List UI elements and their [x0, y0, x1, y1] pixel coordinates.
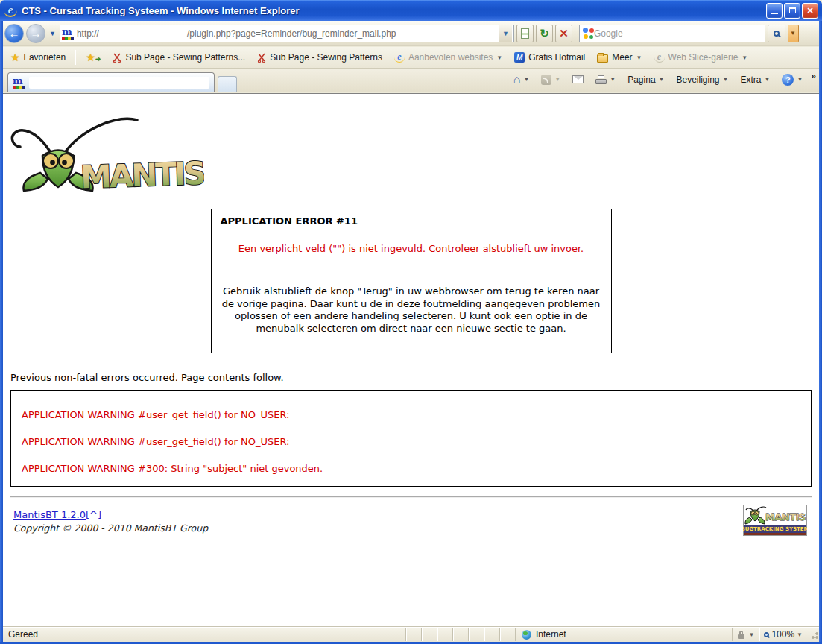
mantis-logo: MANTIS [9, 110, 204, 192]
chevron-down-icon: ▼ [496, 54, 502, 61]
footer-logo-banner: BUGTRACKING SYSTEM [743, 526, 807, 532]
protected-mode-button[interactable]: ▼ [732, 628, 759, 641]
status-separator [468, 628, 484, 641]
hotmail-link[interactable]: M Gratis Hotmail [510, 51, 589, 64]
add-favorite-button[interactable]: ★➜ [81, 50, 105, 65]
web-slice-label: Web Slice-galerie [668, 52, 739, 63]
compatibility-view-button[interactable] [516, 25, 534, 42]
google-icon [583, 28, 594, 39]
search-options-dropdown[interactable]: ▼ [788, 25, 799, 42]
new-tab-button[interactable] [218, 76, 237, 92]
feeds-button[interactable]: ▼ [536, 72, 566, 87]
favorites-label: Favorieten [24, 52, 66, 63]
chevron-down-icon: ▼ [723, 76, 729, 83]
top-anchor-link[interactable]: [^] [86, 509, 101, 520]
error-title: APPLICATION ERROR #11 [221, 215, 602, 227]
url-text[interactable]: http:// /plugin.php?page=Reminder/bug_re… [77, 28, 499, 39]
refresh-button[interactable]: ↻ [536, 25, 553, 42]
chevron-down-icon: ▼ [797, 76, 803, 83]
application-warning: APPLICATION WARNING #user_get_field() fo… [22, 409, 800, 420]
read-mail-button[interactable] [567, 73, 589, 86]
mantis-favicon: m [62, 28, 74, 40]
star-icon: ★ [10, 51, 20, 63]
printer-icon [595, 75, 607, 84]
active-tab[interactable]: m [7, 72, 215, 92]
lock-icon [737, 631, 746, 639]
chevron-down-icon: ▼ [748, 631, 754, 638]
tab-bar: m ⌂▼ ▼ ▼ Pagina▼ Beveiliging▼ Extra▼ ?▼ … [0, 69, 822, 92]
status-text: Gereed [3, 629, 405, 640]
chevron-down-icon: ▼ [797, 631, 803, 638]
status-bar: Gereed Internet ▼ 100% ▼ [3, 626, 819, 642]
page-content: MANTIS APPLICATION ERROR #11 Een verplic… [3, 93, 819, 626]
more-favorites-button[interactable]: Meer ▼ [592, 51, 646, 64]
error-help-text: Gebruik alstublieft de knop "Terug" in u… [221, 285, 602, 335]
forward-button[interactable]: → [26, 24, 45, 43]
window-border-left [0, 21, 3, 644]
separator [75, 50, 76, 65]
print-button[interactable]: ▼ [590, 73, 621, 86]
status-separator [452, 628, 468, 641]
favorite-link-label: Sub Page - Sewing Patterns [270, 52, 382, 63]
rss-icon [541, 75, 551, 85]
window-title: CTS - Cursad Tracking Systeem - Windows … [22, 5, 765, 16]
ie-icon: e [394, 52, 405, 63]
close-button[interactable]: ✕ [802, 3, 818, 19]
favorite-link-1[interactable]: Sub Page - Sewing Patterns... [108, 51, 250, 64]
security-menu-label: Beveiliging [676, 75, 719, 85]
application-warning: APPLICATION WARNING #user_get_field() fo… [22, 436, 800, 447]
maximize-button[interactable] [784, 3, 800, 19]
zone-label: Internet [536, 629, 566, 640]
page-footer: MantisBT 1.2.0[^] Copyright © 2000 - 201… [13, 509, 807, 536]
chevron-down-icon: ▼ [659, 76, 665, 83]
stop-button[interactable]: ✕ [555, 25, 572, 42]
help-button[interactable]: ?▼ [777, 72, 808, 88]
minimize-icon [771, 12, 778, 14]
history-dropdown-icon[interactable]: ▼ [48, 30, 57, 37]
toolbar-overflow-button[interactable]: » [809, 71, 819, 89]
mantisbt-version-link[interactable]: MantisBT 1.2.0 [13, 509, 86, 520]
folder-icon [597, 54, 608, 63]
status-separator [484, 628, 499, 641]
chevron-down-icon: ▼ [523, 76, 529, 83]
window-border-right [819, 21, 822, 644]
favorite-link-2[interactable]: Sub Page - Sewing Patterns [253, 51, 387, 64]
address-bar[interactable]: m http:// /plugin.php?page=Reminder/bug_… [60, 25, 514, 42]
page-menu-button[interactable]: Pagina▼ [622, 72, 669, 87]
minimize-button[interactable] [766, 3, 783, 19]
page-menu-label: Pagina [627, 75, 655, 85]
tools-menu-button[interactable]: Extra▼ [735, 72, 775, 87]
nonfatal-errors-line: Previous non-fatal errors occurred. Page… [10, 372, 819, 383]
chevron-down-icon: ▼ [610, 76, 616, 83]
favorites-button[interactable]: ★ Favorieten [6, 50, 70, 65]
address-dropdown-button[interactable]: ▼ [499, 25, 512, 42]
security-menu-button[interactable]: Beveiliging▼ [671, 72, 733, 87]
redacted-host [99, 28, 187, 39]
mantis-footer-logo[interactable]: MANTIS BUGTRACKING SYSTEM [743, 505, 807, 536]
title-bar: e CTS - Cursad Tracking Systeem - Window… [0, 0, 822, 21]
help-icon: ? [782, 74, 794, 86]
resize-grip-icon[interactable] [809, 629, 819, 640]
search-input[interactable] [594, 28, 762, 39]
application-warning: APPLICATION WARNING #300: String "subjec… [22, 463, 800, 474]
status-separator [405, 628, 421, 641]
mail-icon [572, 75, 584, 83]
footer-divider [10, 496, 812, 498]
suggested-sites-button[interactable]: e Aanbevolen websites ▼ [390, 51, 507, 64]
back-button[interactable]: ← [4, 24, 24, 43]
footer-logo-text: MANTIS [765, 511, 806, 523]
more-label: Meer [612, 52, 632, 63]
web-slice-gallery-button[interactable]: e Web Slice-galerie ▼ [650, 51, 753, 64]
navigation-toolbar: ← → ▼ m http:// /plugin.php?page=Reminde… [0, 21, 822, 46]
security-zone: Internet [515, 628, 642, 641]
zoom-control[interactable]: 100% ▼ [759, 628, 807, 641]
search-box[interactable] [579, 25, 765, 42]
broken-page-icon [521, 28, 529, 39]
home-button[interactable]: ⌂▼ [508, 72, 535, 87]
close-icon: ✕ [806, 7, 813, 13]
add-favorite-icon: ★➜ [86, 51, 101, 63]
browser-window: e CTS - Cursad Tracking Systeem - Window… [0, 0, 822, 644]
favorite-link-label: Sub Page - Sewing Patterns... [125, 52, 245, 63]
search-button[interactable] [768, 25, 785, 42]
command-bar: ⌂▼ ▼ ▼ Pagina▼ Beveiliging▼ Extra▼ ?▼ » [508, 69, 819, 92]
